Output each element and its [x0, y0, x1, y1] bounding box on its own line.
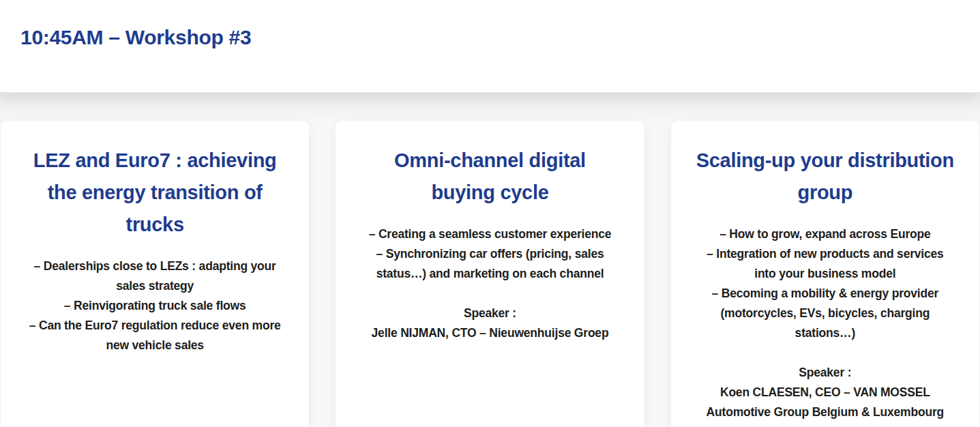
speaker-block: Speaker : Jelle NIJMAN, CTO – Nieuwenhui… — [353, 304, 626, 343]
topic-item: – Dealerships close to LEZs : adapting y… — [18, 256, 291, 296]
workshop-card-scaling-up: Scaling-up your distribution group – How… — [671, 121, 979, 427]
topic-item: – Synchronizing car offers (pricing, sal… — [353, 244, 626, 284]
workshop-time-title: 10:45AM – Workshop #3 — [0, 0, 980, 49]
section-header: 10:45AM – Workshop #3 — [0, 0, 980, 92]
speaker-block: Speaker : Koen CLAESEN, CEO – VAN MOSSEL… — [689, 363, 962, 422]
workshop-topics: – Creating a seamless customer experienc… — [353, 224, 626, 284]
speaker-line: Jelle NIJMAN, CTO – Nieuwenhuijse Groep — [353, 323, 626, 343]
speaker-line: Koen CLAESEN, CEO – VAN MOSSEL Automotiv… — [689, 383, 962, 422]
workshop-title: Omni-channel digital buying cycle — [353, 145, 626, 209]
workshop-topics: – Dealerships close to LEZs : adapting y… — [18, 256, 291, 355]
speaker-name: Koen CLAESEN — [720, 385, 809, 399]
workshop-card-omni-channel: Omni-channel digital buying cycle – Crea… — [336, 121, 644, 427]
speaker-role: , CTO – Nieuwenhuijse Groep — [445, 326, 608, 340]
workshops-section: LEZ and Euro7 : achieving the energy tra… — [0, 92, 980, 427]
workshop-title: Scaling-up your distribution group — [689, 145, 962, 209]
speaker-name: Jelle NIJMAN — [372, 326, 445, 340]
speaker-label: Speaker : — [689, 363, 962, 383]
workshop-card-lez-euro7: LEZ and Euro7 : achieving the energy tra… — [1, 121, 309, 427]
topic-item: – How to grow, expand across Europe — [689, 224, 962, 244]
topic-item: – Becoming a mobility & energy provider … — [689, 284, 962, 343]
topic-item: – Integration of new products and servic… — [689, 244, 962, 284]
workshop-cards: LEZ and Euro7 : achieving the energy tra… — [0, 92, 980, 427]
topic-item: – Can the Euro7 regulation reduce even m… — [18, 316, 291, 355]
topic-item: – Reinvigorating truck sale flows — [18, 296, 291, 316]
speaker-label: Speaker : — [353, 304, 626, 323]
topic-item: – Creating a seamless customer experienc… — [353, 224, 626, 244]
workshop-title: LEZ and Euro7 : achieving the energy tra… — [18, 145, 291, 241]
workshop-topics: – How to grow, expand across Europe – In… — [689, 224, 962, 343]
